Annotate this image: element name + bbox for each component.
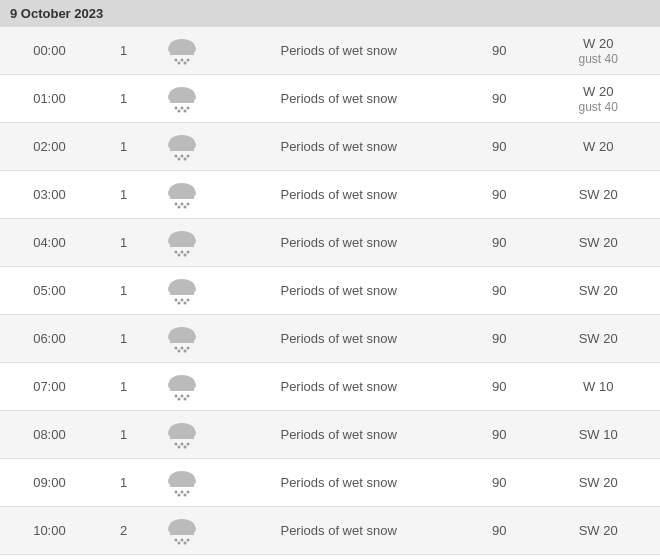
wind-cell: W 10 bbox=[536, 363, 660, 411]
svg-point-97 bbox=[177, 542, 180, 545]
description-cell: Periods of wet snow bbox=[215, 555, 462, 561]
svg-point-96 bbox=[186, 539, 189, 542]
weather-icon-cell bbox=[148, 459, 215, 507]
time-cell: 05:00 bbox=[0, 267, 99, 315]
svg-point-67 bbox=[174, 395, 177, 398]
cloud-snow-icon bbox=[163, 321, 201, 353]
number-cell: 1 bbox=[99, 75, 148, 123]
svg-point-41 bbox=[180, 251, 183, 254]
svg-point-70 bbox=[177, 398, 180, 401]
cloud-snow-icon bbox=[163, 225, 201, 257]
svg-point-15 bbox=[186, 107, 189, 110]
svg-point-5 bbox=[180, 59, 183, 62]
svg-point-7 bbox=[177, 62, 180, 65]
cloud-snow-icon bbox=[163, 369, 201, 401]
description-cell: Periods of wet snow bbox=[215, 267, 462, 315]
svg-point-25 bbox=[177, 158, 180, 161]
svg-point-53 bbox=[183, 302, 186, 305]
cloud-snow-icon bbox=[163, 513, 201, 545]
description-cell: Periods of wet snow bbox=[215, 75, 462, 123]
table-row: 03:00 1 Periods of wet snow 90 SW 20 bbox=[0, 171, 660, 219]
humidity-cell: 90 bbox=[462, 267, 536, 315]
wind-cell: W 20gust 40 bbox=[536, 555, 660, 561]
table-row: 00:00 1 Periods of wet snow 90 W 20gust … bbox=[0, 27, 660, 75]
svg-point-40 bbox=[174, 251, 177, 254]
wind-cell: SW 20 bbox=[536, 267, 660, 315]
svg-point-24 bbox=[186, 155, 189, 158]
description-cell: Periods of wet snow bbox=[215, 27, 462, 75]
svg-point-79 bbox=[177, 446, 180, 449]
cloud-snow-icon bbox=[163, 129, 201, 161]
svg-rect-39 bbox=[170, 241, 194, 247]
svg-point-95 bbox=[180, 539, 183, 542]
svg-point-14 bbox=[180, 107, 183, 110]
svg-point-87 bbox=[186, 491, 189, 494]
humidity-cell: 90 bbox=[462, 555, 536, 561]
cloud-snow-icon bbox=[163, 177, 201, 209]
svg-rect-84 bbox=[170, 481, 194, 487]
time-cell: 09:00 bbox=[0, 459, 99, 507]
humidity-cell: 90 bbox=[462, 411, 536, 459]
number-cell: 1 bbox=[99, 267, 148, 315]
svg-rect-48 bbox=[170, 289, 194, 295]
svg-point-77 bbox=[180, 443, 183, 446]
weather-icon-cell bbox=[148, 171, 215, 219]
description-cell: Periods of wet snow bbox=[215, 459, 462, 507]
svg-point-94 bbox=[174, 539, 177, 542]
table-row: 10:00 2 Periods of wet snow 90 SW 20 bbox=[0, 507, 660, 555]
weather-table: 00:00 1 Periods of wet snow 90 W 20gust … bbox=[0, 27, 660, 560]
table-row: 05:00 1 Periods of wet snow 90 SW 20 bbox=[0, 267, 660, 315]
number-cell: 1 bbox=[99, 27, 148, 75]
cloud-snow-icon bbox=[163, 273, 201, 305]
number-cell: 1 bbox=[99, 315, 148, 363]
cloud-snow-icon bbox=[163, 33, 201, 65]
svg-point-98 bbox=[183, 542, 186, 545]
svg-rect-12 bbox=[170, 97, 194, 103]
svg-point-35 bbox=[183, 206, 186, 209]
time-cell: 07:00 bbox=[0, 363, 99, 411]
weather-icon-cell bbox=[148, 219, 215, 267]
time-cell: 01:00 bbox=[0, 75, 99, 123]
description-cell: Periods of wet snow bbox=[215, 507, 462, 555]
time-cell: 03:00 bbox=[0, 171, 99, 219]
svg-point-23 bbox=[180, 155, 183, 158]
wind-cell: SW 10 bbox=[536, 411, 660, 459]
cloud-snow-icon bbox=[163, 465, 201, 497]
table-row: 02:00 1 Periods of wet snow 90 W 20 bbox=[0, 123, 660, 171]
svg-point-50 bbox=[180, 299, 183, 302]
description-cell: Periods of wet snow bbox=[215, 411, 462, 459]
svg-point-26 bbox=[183, 158, 186, 161]
svg-rect-57 bbox=[170, 337, 194, 343]
svg-point-89 bbox=[183, 494, 186, 497]
svg-point-85 bbox=[174, 491, 177, 494]
svg-point-6 bbox=[186, 59, 189, 62]
weather-icon-cell bbox=[148, 123, 215, 171]
number-cell: 1 bbox=[99, 459, 148, 507]
svg-point-62 bbox=[183, 350, 186, 353]
svg-point-78 bbox=[186, 443, 189, 446]
svg-point-43 bbox=[177, 254, 180, 257]
wind-cell: W 20gust 40 bbox=[536, 75, 660, 123]
time-cell: 10:00 bbox=[0, 507, 99, 555]
number-cell: 1 bbox=[99, 171, 148, 219]
wind-cell: W 20 bbox=[536, 123, 660, 171]
cloud-snow-icon bbox=[163, 81, 201, 113]
svg-point-16 bbox=[177, 110, 180, 113]
table-row: 11:00 2 Periods of wet snow 90 W 20gust … bbox=[0, 555, 660, 561]
svg-point-51 bbox=[186, 299, 189, 302]
description-cell: Periods of wet snow bbox=[215, 363, 462, 411]
svg-point-60 bbox=[186, 347, 189, 350]
svg-point-59 bbox=[180, 347, 183, 350]
wind-cell: SW 20 bbox=[536, 219, 660, 267]
weather-icon-cell bbox=[148, 75, 215, 123]
humidity-cell: 90 bbox=[462, 459, 536, 507]
humidity-cell: 90 bbox=[462, 507, 536, 555]
weather-icon-cell bbox=[148, 555, 215, 561]
date-header: 9 October 2023 bbox=[0, 0, 660, 27]
wind-cell: SW 20 bbox=[536, 507, 660, 555]
svg-point-61 bbox=[177, 350, 180, 353]
table-row: 04:00 1 Periods of wet snow 90 SW 20 bbox=[0, 219, 660, 267]
svg-point-42 bbox=[186, 251, 189, 254]
svg-rect-30 bbox=[170, 193, 194, 199]
svg-rect-75 bbox=[170, 433, 194, 439]
